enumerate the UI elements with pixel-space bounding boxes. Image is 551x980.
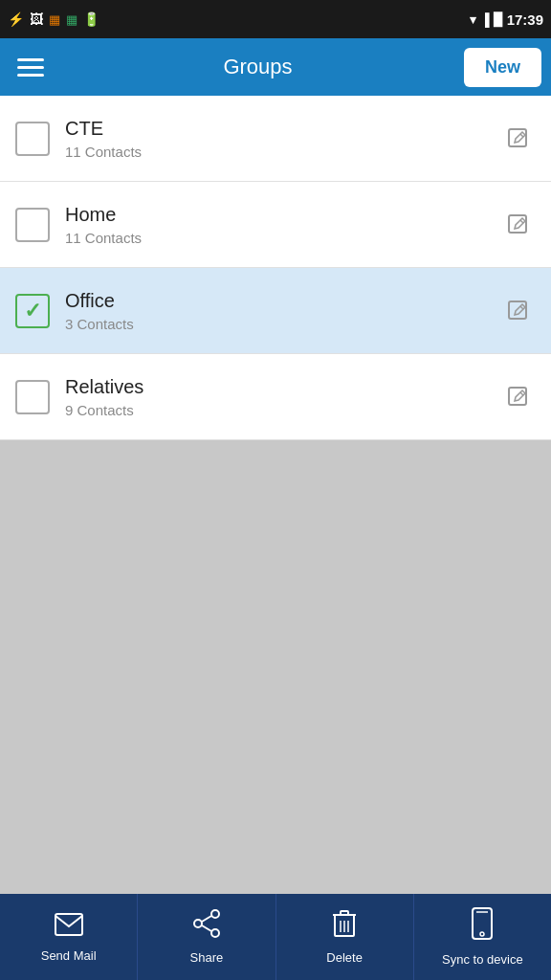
svg-rect-20: [473, 908, 492, 939]
group-count-relatives: 9 Contacts: [65, 402, 486, 418]
sync-to-device-label: Sync to device: [442, 952, 523, 967]
checkbox-cte[interactable]: [15, 122, 50, 156]
svg-line-12: [202, 916, 211, 922]
svg-line-13: [202, 925, 211, 931]
checkbox-office[interactable]: ✓: [15, 294, 50, 328]
checkbox-home[interactable]: [15, 208, 50, 242]
menu-button[interactable]: [10, 46, 52, 88]
bottom-navigation: Send Mail Share Delete: [0, 894, 551, 980]
svg-point-10: [194, 920, 202, 927]
svg-point-9: [211, 910, 219, 918]
group-count-office: 3 Contacts: [65, 316, 486, 332]
battery-charging-icon: 🔋: [83, 11, 99, 27]
widget1-icon: ▦: [49, 12, 60, 27]
menu-line-2: [17, 66, 44, 69]
group-list: CTE 11 Contacts Home 11 Contacts: [0, 96, 551, 440]
nav-sync-to-device[interactable]: Sync to device: [414, 894, 551, 980]
svg-point-11: [211, 929, 219, 937]
menu-line-1: [17, 58, 44, 61]
battery-icon: ▉: [494, 12, 503, 27]
image-icon: 🖼: [30, 11, 43, 27]
nav-share[interactable]: Share: [138, 894, 276, 980]
nav-send-mail[interactable]: Send Mail: [0, 894, 138, 980]
edit-button-home[interactable]: [501, 208, 536, 242]
edit-button-office[interactable]: [501, 294, 536, 328]
group-info-cte: CTE 11 Contacts: [65, 118, 486, 160]
empty-area: [0, 440, 551, 913]
svg-rect-8: [55, 914, 82, 935]
group-info-home: Home 11 Contacts: [65, 204, 486, 246]
group-name-office: Office: [65, 290, 486, 312]
group-name-cte: CTE: [65, 118, 486, 140]
send-mail-label: Send Mail: [41, 948, 97, 963]
status-icons-left: ⚡ 🖼 ▦ ▦ 🔋: [8, 11, 99, 27]
svg-line-5: [520, 306, 523, 309]
page-title: Groups: [61, 55, 454, 79]
send-mail-icon: [55, 912, 83, 943]
status-right: ▾ ▐ ▉ 17:39: [470, 11, 543, 28]
svg-rect-16: [341, 911, 348, 915]
share-icon: [192, 909, 221, 945]
group-item-relatives: Relatives 9 Contacts: [0, 354, 551, 440]
clock: 17:39: [507, 11, 543, 28]
svg-line-1: [520, 134, 523, 137]
svg-line-3: [520, 220, 523, 223]
sync-to-device-icon: [472, 907, 493, 947]
group-item-home: Home 11 Contacts: [0, 182, 551, 268]
share-label: Share: [190, 950, 224, 965]
usb-icon: ⚡: [8, 11, 24, 27]
menu-line-3: [17, 74, 44, 77]
status-bar: ⚡ 🖼 ▦ ▦ 🔋 ▾ ▐ ▉ 17:39: [0, 0, 551, 38]
edit-button-relatives[interactable]: [501, 380, 536, 414]
delete-icon: [332, 909, 357, 945]
svg-point-21: [480, 932, 484, 936]
edit-button-cte[interactable]: [501, 122, 536, 156]
toolbar: Groups New: [0, 38, 551, 96]
group-info-relatives: Relatives 9 Contacts: [65, 376, 486, 418]
group-item-office: ✓ Office 3 Contacts: [0, 268, 551, 354]
checkbox-relatives[interactable]: [15, 380, 50, 414]
svg-line-7: [520, 392, 523, 395]
group-count-cte: 11 Contacts: [65, 144, 486, 160]
group-count-home: 11 Contacts: [65, 230, 486, 246]
group-name-home: Home: [65, 204, 486, 226]
edit-icon-home: [506, 212, 531, 237]
delete-label: Delete: [326, 950, 363, 965]
nav-delete[interactable]: Delete: [276, 894, 414, 980]
group-name-relatives: Relatives: [65, 376, 486, 398]
group-item-cte: CTE 11 Contacts: [0, 96, 551, 182]
wifi-icon: ▾: [470, 12, 476, 27]
edit-icon-relatives: [506, 385, 531, 410]
edit-icon-cte: [506, 126, 531, 151]
group-info-office: Office 3 Contacts: [65, 290, 486, 332]
new-button[interactable]: New: [464, 48, 541, 87]
signal-icon: ▐: [480, 12, 489, 27]
checkmark-office: ✓: [24, 301, 41, 322]
widget2-icon: ▦: [66, 12, 77, 27]
edit-icon-office: [506, 299, 531, 323]
